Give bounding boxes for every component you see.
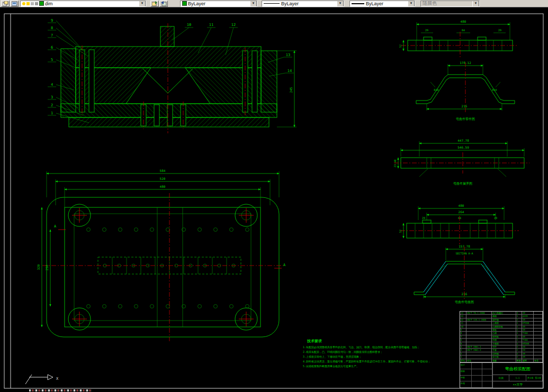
- plan-dim-left1: 320: [37, 264, 40, 270]
- ucs-x-label: X: [56, 377, 59, 381]
- note-line: 5.试模检查制件断面质量合格后方可批量生产。: [303, 364, 464, 369]
- autocad-window: dim ▼ ByLayer ▼ ByLayer ▼: [0, 0, 548, 392]
- callout-1: 1: [51, 111, 53, 115]
- strip-layout-view-top[interactable]: 480 29 84 29 52: [399, 20, 518, 58]
- strip-top-d3: 29: [498, 29, 501, 32]
- strip-bottom-w: 480: [459, 204, 464, 207]
- signature-column: 设计 校核 审核 批准: [460, 363, 493, 388]
- linetype-combo-value: ByLayer: [281, 1, 299, 6]
- sheet-info: 共1张 第1张: [526, 375, 543, 381]
- callout-9: 9: [51, 19, 53, 23]
- note-line: 3.上模座沿导柱上、下移动应平稳，无滞涩现象；: [303, 354, 464, 359]
- layers-dialog-button[interactable]: [1, 1, 10, 7]
- section-aa-caption: 弯曲件弯曲图: [455, 300, 474, 304]
- strip-bottom-d1: 29: [422, 216, 425, 220]
- scale-label: 比例: [493, 375, 509, 381]
- plan-dim-mid: 520: [160, 177, 166, 180]
- strip-top-d2: 84: [462, 29, 465, 32]
- linetype-sample-icon: [264, 3, 280, 4]
- guide-pillar-bosses: [68, 204, 257, 330]
- flat-dim1: 447.78: [457, 139, 469, 142]
- callout-12: 12: [231, 23, 236, 27]
- bent-part-view[interactable]: 178.12 R10 R10 216 弯曲件零件图: [416, 61, 515, 121]
- ucs-icon: X: [25, 375, 59, 384]
- assembly-section-view[interactable]: 245 1 2 3: [48, 19, 297, 133]
- flat-dim2: 546.59: [457, 145, 469, 149]
- callout-4: 4: [51, 83, 53, 87]
- lineweight-sample-icon: [352, 3, 364, 4]
- flat-caption: 弯曲件展开图: [453, 181, 472, 186]
- section-aa-view[interactable]: 157.78 SECTION A-A 216 弯曲件弯曲图: [414, 244, 515, 304]
- callout-2: 2: [51, 103, 53, 107]
- scale-value: 1:1: [509, 375, 526, 381]
- lineweight-combo-value: ByLayer: [366, 1, 383, 6]
- lineweight-combo-arrow[interactable]: ▼: [408, 1, 415, 7]
- layer-color-swatch: [39, 1, 44, 6]
- signature-row: 审核: [460, 376, 492, 382]
- plan-dim-inner: 480: [160, 185, 166, 188]
- current-color-swatch: [182, 1, 187, 6]
- note-line: 2.模具装配后，凸、凹模间隙应均匀一致，间隙值须符合图样要求；: [303, 350, 464, 354]
- flat-left-dim: 23.48: [393, 159, 397, 167]
- make-layer-current-icon: [152, 1, 158, 6]
- callout-8: 8: [51, 26, 53, 30]
- layer-combo[interactable]: dim ▼: [20, 1, 146, 7]
- signature-row: 设计: [460, 363, 492, 369]
- layer-combo-value: dim: [45, 1, 53, 6]
- color-combo-arrow[interactable]: ▼: [250, 1, 257, 7]
- layer-lock-icon: [31, 2, 34, 5]
- bom-table: 14GB/T 70.1-2000内六角螺钉 445 13模柄 1Q235 12G…: [460, 312, 543, 362]
- callout-13: 13: [286, 53, 290, 57]
- strip-bottom-d3: 29: [494, 216, 497, 220]
- callout-14: 14: [288, 69, 292, 73]
- title-block-lower: 设计 校核 审核 批准 弯曲模装配图 比例 1:1 共1张 第1张 ××大学: [460, 362, 543, 388]
- plan-dim-left2: 250: [45, 265, 49, 270]
- assembly-plan-view[interactable]: 584 520 480 320 250 A A: [37, 169, 286, 341]
- bend-r-right: R10: [492, 88, 497, 92]
- section-right-dim: 245: [289, 87, 293, 93]
- linetype-combo[interactable]: ByLayer ▼: [262, 1, 344, 7]
- drawing-name: 弯曲模装配图: [493, 363, 543, 375]
- bend-caption: 弯曲件零件图: [456, 117, 475, 121]
- strip-bottom-h: 52: [399, 230, 402, 233]
- signature-row: 批准: [460, 381, 492, 388]
- technical-notes: 技术要求 1.装配前必须清除模具各零件的毛刺、飞边、油污、铁屑，锐边倒钝，配合表…: [303, 339, 464, 382]
- callout-7: 7: [51, 33, 53, 38]
- layer-combo-arrow[interactable]: ▼: [139, 1, 146, 7]
- plan-dim-outer: 584: [160, 169, 166, 172]
- signature-row: 校核: [460, 369, 492, 376]
- section-label-right: A: [283, 263, 286, 267]
- layer-thaw-icon: [26, 2, 30, 5]
- layer-on-icon: [22, 2, 25, 5]
- color-combo[interactable]: ByLayer ▼: [180, 1, 257, 7]
- bend-bottom-dim: 216: [462, 104, 468, 108]
- clipped-command-line-text: [29, 389, 92, 391]
- layer-previous-icon: [161, 1, 167, 6]
- layer-previous-button[interactable]: [159, 1, 168, 7]
- layer-states-button[interactable]: [10, 1, 19, 7]
- layer-plot-icon: [35, 2, 38, 5]
- lineweight-combo[interactable]: ByLayer ▼: [349, 1, 415, 7]
- drawing-name-column: 弯曲模装配图 比例 1:1 共1张 第1张 ××大学: [493, 363, 543, 388]
- screw-holes: [87, 228, 249, 308]
- strip-layout-view-bottom[interactable]: 480 264 29 84 29 52: [399, 204, 519, 244]
- title-block: 14GB/T 70.1-2000内六角螺钉 445 13模柄 1Q235 12G…: [460, 311, 543, 388]
- notes-title: 技术要求: [307, 339, 464, 344]
- plotstyle-combo-value: 随颜色: [423, 1, 437, 7]
- color-combo-value: ByLayer: [188, 1, 205, 6]
- organization-name: ××大学: [493, 381, 543, 388]
- strip-top-width: 480: [461, 20, 466, 23]
- linetype-combo-arrow[interactable]: ▼: [337, 1, 344, 7]
- callout-6: 6: [51, 45, 53, 50]
- callout-11: 11: [209, 23, 213, 27]
- layers-icon: [3, 1, 8, 6]
- make-object-layer-current-button[interactable]: [150, 1, 159, 7]
- object-properties-toolbar: dim ▼ ByLayer ▼ ByLayer ▼: [0, 0, 548, 7]
- layer-states-icon: [12, 1, 17, 6]
- flat-pattern-view[interactable]: 447.78 546.59 23.48 弯曲件展开图: [393, 139, 529, 186]
- callout-10: 10: [187, 23, 191, 27]
- bend-r-left: R10: [434, 88, 438, 92]
- plan-dimensions: 584 520 480 320 250: [37, 169, 279, 327]
- note-line: 1.装配前必须清除模具各零件的毛刺、飞边、油污、铁屑，锐边倒钝，配合表面不得有磕…: [303, 345, 464, 350]
- strip-top-h: 52: [399, 44, 402, 48]
